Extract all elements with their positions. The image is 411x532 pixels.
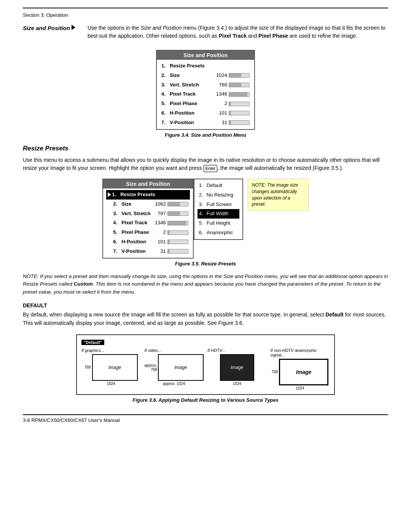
rp-menu-row-3: 3. Vert. Stretch 797: [106, 209, 190, 219]
submenu-box-body: 1. Default 2. No Resizing 3. Full Screen: [194, 179, 242, 239]
footer-text: 3-8 RPMX/CX50/CX60/CX67 User's Manual: [23, 417, 388, 423]
diagram-col-1: If graphics... 768 Image 1024: [81, 348, 141, 386]
italic-note: NOTE: If you select a preset and then ma…: [23, 273, 388, 297]
note-box: NOTE: The image size changes automatical…: [248, 179, 309, 211]
submenu-row-4: 4. Full Width: [198, 209, 239, 219]
menu-row-4: 4. Pixel Track 1346: [160, 89, 251, 99]
submenu-row-6: 6. Anamorphic: [198, 228, 239, 238]
rp-bar-6: [167, 240, 188, 244]
menu-row-6: 6. H-Position 101: [160, 109, 251, 118]
default-heading: DEFAULT: [23, 302, 388, 308]
diagram-screen-1: Image: [92, 354, 138, 381]
menu-row-5: 5. Pixel Phase 2: [160, 99, 251, 109]
figure-3-6: "Default" If graphics... 768 Image 1024: [23, 334, 388, 403]
diagram-col-4: If non-HDTV anamorphic signal... 768 Ima…: [271, 348, 330, 390]
rp-bar-3: [167, 211, 188, 216]
menu-box-header-3-5: Size and Position: [103, 179, 193, 189]
diagram-screen-2: Image: [158, 354, 204, 381]
default-diagram: "Default" If graphics... 768 Image 1024: [76, 334, 335, 395]
diagram-col-3: If HDTV... Image 1024: [207, 348, 267, 386]
submenu-row-5: 5. Full Height: [198, 219, 239, 228]
diagram-screen-4: Image: [279, 359, 328, 385]
rp-bar-5: [167, 230, 188, 235]
menu-row-1: 1. Resize Presets: [160, 61, 251, 71]
section-title: Section 3: Operation: [23, 12, 68, 18]
diagram-screen-3: Image: [220, 354, 254, 381]
top-rule: [23, 8, 388, 8]
section-header: Section 3: Operation: [23, 12, 388, 18]
figure-3-5-caption: Figure 3.5. Resize Presets: [175, 261, 236, 267]
size-and-position-label: Size and Position: [23, 25, 70, 31]
menu-pointer-icon: [108, 192, 111, 197]
enter-key: Enter: [204, 165, 217, 172]
bar-2: [229, 73, 250, 78]
main-menu-wrapper: Size and Position 1. Resize Presets 2. S…: [102, 179, 194, 259]
menu-box-3-4: Size and Position 1. Resize Presets 2. S…: [156, 50, 255, 130]
default-body: By default, when displaying a new source…: [23, 311, 388, 327]
rp-menu-row-4: 4. Pixel Track 1346: [106, 218, 190, 228]
menu-row-7: 7. V-Position 31: [160, 118, 251, 128]
submenu-row-1: 1. Default: [198, 181, 239, 190]
submenu-row-2: 2. No Resizing: [198, 190, 239, 200]
menu-box-body: 1. Resize Presets 2. Size 1024 3. Vert. …: [157, 60, 254, 129]
intro-text: Use the options in the Size and Position…: [88, 24, 388, 43]
default-label: "Default": [81, 340, 104, 345]
rp-bar-2: [167, 202, 188, 206]
bar-3: [229, 83, 250, 87]
side-label: Size and Position: [23, 24, 80, 43]
rp-menu-row-6: 6. H-Position 101: [106, 237, 190, 247]
figure-3-5: Size and Position 1. Resize Presets 2. S…: [23, 179, 388, 267]
diagram-col-2: If video... approx. 768 Image approx. 10…: [145, 348, 204, 386]
resize-presets-intro: Use this menu to access a submenu that a…: [23, 156, 388, 173]
diagram-row: If graphics... 768 Image 1024 If video..…: [81, 348, 330, 390]
submenu-row-3: 3. Full Screen: [198, 200, 239, 209]
rp-bar-7: [167, 249, 188, 254]
resize-presets-container: Size and Position 1. Resize Presets 2. S…: [102, 179, 309, 259]
figure-3-4-caption: Figure 3.4. Size and Position Menu: [165, 132, 246, 138]
menu-box-3-5: Size and Position 1. Resize Presets 2. S…: [102, 179, 194, 259]
menu-box-body-3-5: 1. Resize Presets 2. Size 1062 3.: [103, 189, 193, 258]
menu-row-3: 3. Vert. Stretch 768: [160, 80, 251, 90]
size-and-position-section: Size and Position Use the options in the…: [23, 24, 388, 43]
flex-menus: Size and Position 1. Resize Presets 2. S…: [102, 179, 243, 259]
bar-6: [229, 111, 250, 115]
rp-menu-row-1: 1. Resize Presets: [106, 190, 190, 200]
bar-4: [229, 92, 250, 97]
bar-5: [229, 102, 250, 106]
rp-menu-row-2: 2. Size 1062: [106, 200, 190, 209]
arrow-right-icon: [72, 25, 75, 30]
menu-row-2: 2. Size 1024: [160, 71, 251, 80]
rp-menu-row-5: 5. Pixel Phase 2: [106, 228, 190, 237]
page-wrapper: Section 3: Operation Size and Position U…: [0, 0, 411, 532]
rp-bar-4: [167, 221, 188, 225]
figure-3-4: Size and Position 1. Resize Presets 2. S…: [23, 50, 388, 138]
bottom-rule: [23, 414, 388, 415]
resize-presets-heading: Resize Presets: [23, 145, 388, 152]
submenu-box: 1. Default 2. No Resizing 3. Full Screen: [194, 179, 243, 240]
figure-3-6-caption: Figure 3.6. Applying Default Resizing to…: [132, 397, 279, 403]
bar-7: [229, 120, 250, 125]
rp-menu-row-7: 7. V-Position 31: [106, 247, 190, 256]
menu-box-header: Size and Position: [157, 51, 254, 60]
